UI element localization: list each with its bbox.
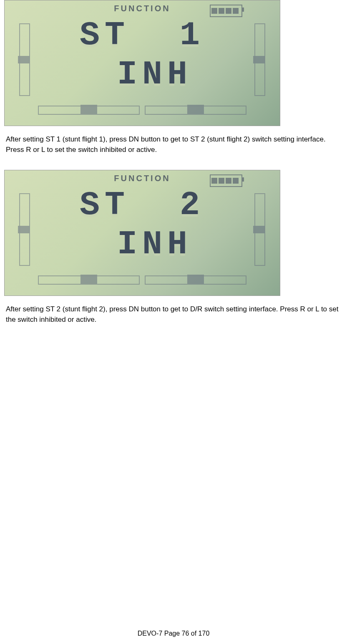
battery-bar: [211, 8, 217, 14]
trim-slider: [80, 105, 97, 114]
trim-slider: [187, 275, 204, 284]
battery-bar: [219, 8, 224, 14]
lcd-title: FUNCTION: [114, 174, 170, 183]
trim-slider: [187, 105, 204, 114]
right-vertical-trim-bar: [254, 23, 265, 96]
trim-slider: [18, 226, 30, 233]
battery-icon: [210, 5, 242, 17]
lcd-text-line1: ST 1: [80, 16, 205, 54]
lcd-screenshot-st1: FUNCTION ST 1 INH: [4, 0, 280, 126]
lcd-inner: FUNCTION ST 2 INH: [5, 170, 280, 295]
left-horizontal-trim-bar: [38, 106, 140, 115]
battery-bar: [226, 8, 231, 14]
paragraph-2: After setting ST 2 (stunt flight 2), pre…: [4, 304, 343, 325]
left-vertical-trim-bar: [19, 23, 30, 96]
right-vertical-trim-bar: [254, 193, 265, 266]
paragraph-1: After setting ST 1 (stunt flight 1), pre…: [4, 134, 343, 155]
lcd-text-line2: INH: [92, 56, 192, 93]
lcd-text-line2: INH: [92, 225, 192, 263]
right-horizontal-trim-bar: [145, 275, 246, 285]
lcd-inner: FUNCTION ST 1 INH: [5, 0, 280, 126]
battery-bar: [219, 178, 224, 184]
battery-bar: [233, 178, 239, 184]
trim-slider: [18, 56, 30, 63]
battery-icon: [210, 174, 242, 187]
left-vertical-trim-bar: [19, 193, 30, 266]
manual-page: FUNCTION ST 1 INH After setting S: [0, 0, 347, 644]
battery-bar: [226, 178, 231, 184]
right-horizontal-trim-bar: [145, 106, 246, 115]
page-footer: DEVO-7 Page 76 of 170: [0, 630, 347, 637]
battery-bar: [233, 8, 239, 14]
battery-bar: [211, 178, 217, 184]
lcd-screenshot-st2: FUNCTION ST 2 INH: [4, 170, 280, 296]
trim-slider: [253, 226, 265, 233]
lcd-text-line1: ST 2: [80, 186, 205, 224]
lcd-title: FUNCTION: [114, 4, 170, 13]
trim-slider: [253, 56, 265, 63]
left-horizontal-trim-bar: [38, 275, 140, 285]
trim-slider: [80, 275, 97, 284]
